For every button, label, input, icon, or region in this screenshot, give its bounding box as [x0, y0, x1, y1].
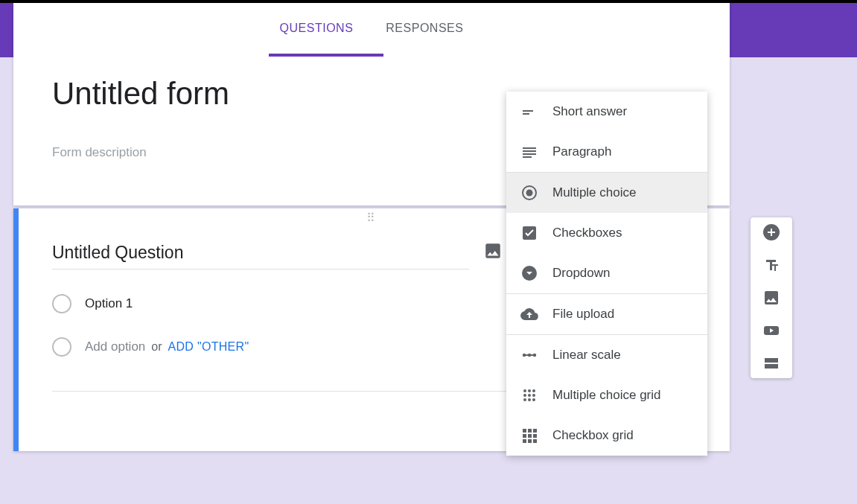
- svg-rect-25: [528, 429, 532, 433]
- svg-rect-5: [523, 153, 536, 155]
- add-section-button[interactable]: [762, 354, 780, 372]
- drag-handle-icon[interactable]: ⠿: [366, 216, 377, 220]
- option-text[interactable]: Option 1: [85, 296, 133, 311]
- svg-point-22: [528, 398, 531, 401]
- short-answer-icon: [520, 102, 539, 121]
- svg-point-8: [526, 190, 533, 197]
- type-label: File upload: [552, 307, 614, 322]
- svg-rect-26: [533, 429, 537, 433]
- tab-questions[interactable]: QUESTIONS: [264, 3, 370, 54]
- add-image-to-question-button[interactable]: [483, 241, 503, 261]
- radio-button-icon: [520, 183, 539, 202]
- tabs: QUESTIONS RESPONSES: [13, 3, 730, 54]
- svg-rect-1: [523, 110, 533, 112]
- svg-rect-4: [523, 150, 536, 152]
- active-card-accent: [13, 208, 19, 451]
- radio-icon: [52, 294, 71, 313]
- type-label: Multiple choice grid: [552, 388, 661, 403]
- type-label: Linear scale: [552, 348, 621, 363]
- linear-scale-icon: [520, 345, 539, 365]
- add-title-button[interactable]: [762, 256, 780, 274]
- type-option-linear-scale[interactable]: Linear scale: [506, 335, 707, 375]
- svg-point-21: [523, 398, 526, 401]
- dot-grid-icon: [520, 386, 539, 405]
- square-grid-icon: [520, 426, 539, 445]
- svg-point-20: [532, 394, 535, 397]
- question-type-dropdown: Short answer Paragraph Multiple choice C…: [506, 92, 707, 456]
- type-option-checkbox-grid[interactable]: Checkbox grid: [506, 415, 707, 456]
- svg-rect-28: [528, 434, 532, 438]
- type-label: Short answer: [552, 104, 627, 119]
- type-label: Multiple choice: [552, 185, 636, 200]
- svg-point-18: [523, 394, 526, 397]
- question-title-input[interactable]: Untitled Question: [52, 243, 469, 269]
- type-label: Checkboxes: [552, 226, 622, 240]
- svg-rect-29: [533, 434, 537, 438]
- type-option-dropdown[interactable]: Dropdown: [506, 253, 707, 293]
- type-option-multiple-choice[interactable]: Multiple choice: [506, 173, 707, 213]
- svg-point-23: [532, 398, 535, 401]
- type-option-file-upload[interactable]: File upload: [506, 294, 707, 334]
- floating-toolbar: [751, 217, 792, 378]
- checkbox-icon: [520, 223, 539, 243]
- svg-rect-14: [524, 354, 535, 356]
- dropdown-icon: [520, 264, 539, 283]
- svg-rect-35: [765, 358, 778, 363]
- svg-point-16: [528, 389, 531, 392]
- paragraph-icon: [520, 142, 539, 162]
- type-label: Paragraph: [552, 144, 611, 159]
- type-label: Checkbox grid: [552, 428, 634, 443]
- svg-point-19: [528, 394, 531, 397]
- svg-rect-30: [523, 439, 526, 443]
- add-other-button[interactable]: ADD "OTHER": [168, 340, 249, 354]
- type-option-multiple-choice-grid[interactable]: Multiple choice grid: [506, 375, 707, 415]
- svg-rect-36: [765, 364, 778, 369]
- tab-responses[interactable]: RESPONSES: [369, 3, 480, 54]
- or-label: or: [151, 340, 162, 354]
- radio-icon: [52, 337, 71, 357]
- svg-rect-32: [533, 439, 537, 443]
- type-label: Dropdown: [552, 266, 611, 281]
- svg-rect-31: [528, 439, 532, 443]
- type-option-checkboxes[interactable]: Checkboxes: [506, 213, 707, 253]
- svg-rect-24: [523, 429, 526, 433]
- svg-point-17: [532, 389, 535, 392]
- add-video-button[interactable]: [762, 322, 780, 339]
- svg-rect-2: [523, 113, 529, 115]
- svg-rect-27: [523, 434, 526, 438]
- add-image-button[interactable]: [762, 289, 780, 307]
- svg-rect-3: [523, 147, 536, 149]
- svg-rect-6: [523, 156, 532, 158]
- tab-indicator: [269, 54, 383, 57]
- add-option-button[interactable]: Add option: [85, 339, 145, 354]
- cloud-upload-icon: [520, 304, 539, 324]
- type-option-short-answer[interactable]: Short answer: [506, 92, 707, 132]
- type-option-paragraph[interactable]: Paragraph: [506, 132, 707, 172]
- add-question-button[interactable]: [762, 223, 780, 241]
- svg-point-15: [523, 389, 526, 392]
